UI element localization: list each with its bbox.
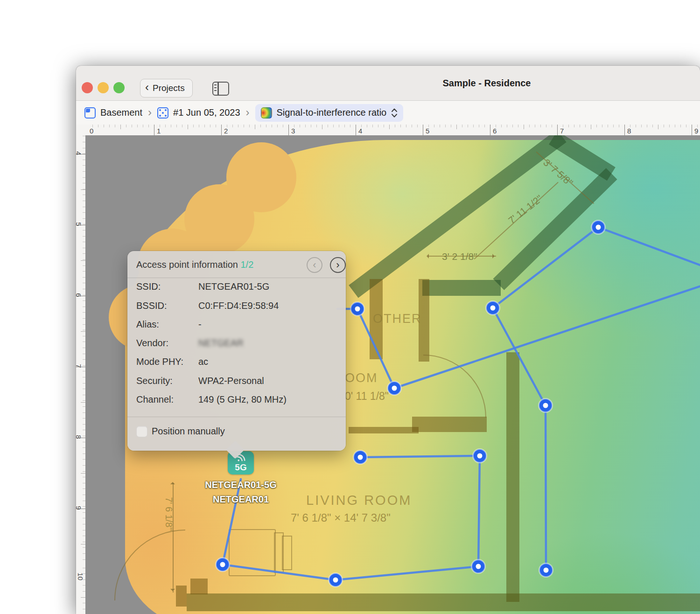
breadcrumb-floor[interactable]: Basement [84,107,142,119]
info-row-channel: Channel: 149 (5 GHz, 80 MHz) [136,394,174,405]
breadcrumb: Basement › #1 Jun 05, 2023 › Signal-to-i… [76,101,700,125]
survey-snapshot-icon [157,107,168,119]
survey-path [493,227,598,308]
divider [127,417,346,417]
floorplan-canvas[interactable]: OTHER OOM 0' 11 1/8" LIVING ROOM 7' 6 1/… [85,135,700,614]
minimize-button[interactable] [98,82,109,93]
row-label: Vendor: [136,338,168,348]
row-value: - [198,319,202,330]
chevron-left-icon: ‹ [313,260,316,270]
row-label: Channel: [136,394,174,405]
row-value: NETGEAR01-5G [198,281,269,292]
popover-title-text: Access point information [136,259,238,270]
info-row-ssid: SSID: NETGEAR01-5G [136,281,161,292]
survey-point[interactable] [486,301,500,315]
position-manually-checkbox[interactable] [136,426,147,437]
ruler-vertical: 4 5 6 7 8 9 10 [76,135,86,614]
survey-point[interactable] [388,382,401,395]
sidebar-toggle-icon[interactable] [212,82,229,96]
position-manually-label: Position manually [152,426,225,437]
ruler-label: 7 [76,364,83,368]
row-label: BSSID: [136,300,167,311]
ap-badge-label: 5G [228,462,254,473]
info-row-bssid: BSSID: C0:FF:D4:E9:58:94 [136,300,167,311]
ruler-label: 8 [627,127,631,135]
row-label: Alias: [136,319,159,329]
ruler-horizontal: 0 1 2 3 4 5 6 7 8 9 [85,125,700,136]
survey-point[interactable] [216,558,230,572]
app-window: ‹ Projects Sample - Residence Basement ›… [76,66,700,614]
survey-path [478,456,480,566]
survey-path [357,309,394,388]
row-value: WPA2-Personal [198,376,264,386]
divider [127,278,346,278]
ruler-label: 9 [694,127,698,135]
title-bar: ‹ Projects Sample - Residence [76,66,700,101]
info-row-alias: Alias: - [136,319,159,330]
breadcrumb-survey-label: #1 Jun 05, 2023 [173,107,240,118]
window-title: Sample - Residence [443,66,531,100]
back-chevron-icon: ‹ [145,82,149,93]
ruler-label: 5 [426,127,429,135]
ruler-label: 10 [77,572,84,580]
popover-title: Access point information 1/2 [136,259,253,270]
survey-path [546,405,546,570]
info-row-mode-phy: Mode PHY: ac [136,356,183,367]
breadcrumb-separator: › [246,106,250,119]
row-value: 149 (5 GHz, 80 MHz) [198,394,287,405]
ruler-label: 6 [76,293,83,297]
breadcrumb-separator: › [148,106,152,119]
ruler-label: 3 [291,127,295,135]
ruler-label: 6 [493,127,497,135]
ruler-label: 4 [76,151,83,155]
ruler-label: 8 [76,435,83,439]
survey-point[interactable] [351,302,364,316]
ruler-label: 0 [90,127,93,135]
survey-point[interactable] [539,399,553,412]
info-row-vendor: Vendor: NETGEAR [136,338,168,349]
page: ‹ Projects Sample - Residence Basement ›… [0,0,700,614]
close-button[interactable] [82,82,93,93]
back-button-label: Projects [153,83,185,93]
ruler-label: 1 [157,127,161,135]
popover-page-count: 1/2 [240,259,253,270]
survey-point[interactable] [354,451,367,464]
back-to-projects-button[interactable]: ‹ Projects [140,79,193,98]
survey-point[interactable] [473,449,487,463]
survey-point[interactable] [329,573,343,587]
row-label: Security: [136,376,173,386]
survey-point[interactable] [472,560,485,573]
info-row-security: Security: WPA2-Personal [136,376,173,386]
floorplan-icon [84,107,96,119]
chevron-right-icon: › [336,260,339,270]
updown-chevron-icon [391,108,398,118]
survey-path [598,227,700,266]
ruler-label: 4 [358,127,362,135]
zoom-button[interactable] [113,82,125,93]
ruler-corner [76,125,86,136]
heatmap-icon [261,107,272,119]
previous-ap-button[interactable]: ‹ [307,257,322,273]
row-value-blurred: NETGEAR [198,338,244,349]
survey-path [223,565,336,580]
ap-name-label: NETGEAR01 [213,494,269,505]
survey-point[interactable] [592,221,605,234]
survey-point[interactable] [539,564,553,577]
survey-path [394,286,700,388]
breadcrumb-survey[interactable]: #1 Jun 05, 2023 [157,107,240,119]
ap-ssid-label: NETGEAR01-5G [205,480,276,490]
survey-path [360,456,480,457]
ruler-label: 2 [224,127,228,135]
next-ap-button[interactable]: › [330,257,346,273]
breadcrumb-floor-label: Basement [100,107,142,118]
row-value: ac [198,356,208,367]
visualization-label: Signal-to-interference ratio [277,107,387,118]
ruler-label: 7 [560,127,564,135]
ruler-label: 5 [76,222,83,226]
row-label: Mode PHY: [136,356,183,367]
row-value: C0:FF:D4:E9:58:94 [198,300,279,311]
visualization-selector[interactable]: Signal-to-interference ratio [255,104,404,122]
row-label: SSID: [136,281,161,292]
access-point-popover: Access point information 1/2 ‹ › SSID: N… [127,251,346,451]
survey-path [223,479,241,565]
